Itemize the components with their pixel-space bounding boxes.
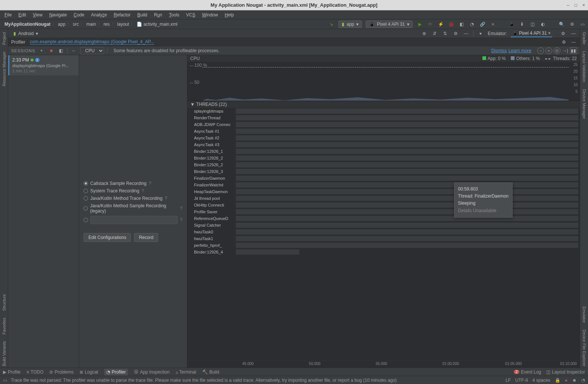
add-session-icon[interactable]: + xyxy=(38,47,45,54)
menu-window[interactable]: Window xyxy=(199,11,221,19)
thread-track[interactable] xyxy=(236,142,578,147)
close-icon[interactable]: × xyxy=(582,3,585,8)
gear-icon[interactable]: ⚙ xyxy=(560,30,566,37)
gear-icon[interactable]: ⚙ xyxy=(452,30,459,37)
thread-track[interactable] xyxy=(236,229,578,235)
sync-icon[interactable]: ↘ xyxy=(328,21,335,28)
help-icon[interactable]: ? xyxy=(180,206,182,211)
breadcrumb-item[interactable]: 📄 activity_main.xml xyxy=(134,21,180,28)
pause-icon[interactable]: ▮▮ xyxy=(570,47,577,54)
thread-track[interactable] xyxy=(236,108,578,114)
tool-resource-manager[interactable]: Resource Manager xyxy=(2,50,6,88)
thread-track[interactable] xyxy=(236,202,578,208)
thread-track[interactable] xyxy=(236,223,578,228)
thread-track[interactable] xyxy=(236,162,578,167)
recording-option[interactable]: Callstack Sample Recording ? xyxy=(84,181,182,186)
thread-row[interactable]: FinalizerDaemon xyxy=(187,175,580,182)
recording-option[interactable]: System Trace Recording ? xyxy=(84,188,182,193)
sdk-icon[interactable]: ⬇ xyxy=(519,21,525,28)
stop-session-icon[interactable]: ■ xyxy=(48,47,54,54)
thread-row[interactable]: perfetto_hprof_ xyxy=(187,242,580,249)
thread-track[interactable] xyxy=(236,135,578,141)
cpu-usage-chart[interactable]: — 100 % — 50 25 20 15 10 5 xyxy=(187,62,580,101)
thread-track[interactable] xyxy=(236,189,578,194)
run-icon[interactable]: ▶ xyxy=(416,21,423,28)
dismiss-link[interactable]: Dismiss xyxy=(491,48,507,53)
threads-header[interactable]: ▼THREADS (22) xyxy=(187,101,580,108)
line-sep[interactable]: LF xyxy=(506,378,511,383)
tool-favorites[interactable]: Favorites xyxy=(2,316,6,336)
thread-row[interactable]: OkHttp Connecti xyxy=(187,202,580,208)
thread-track[interactable] xyxy=(236,176,578,181)
thread-row[interactable]: Binder:12926_4 xyxy=(187,249,580,255)
thread-track[interactable] xyxy=(236,115,578,120)
maximize-icon[interactable]: □ xyxy=(575,3,577,8)
tool-device-manager[interactable]: Device Manager xyxy=(582,88,587,120)
menu-navigate[interactable]: Navigate xyxy=(46,11,70,19)
menu-help[interactable]: Help xyxy=(222,11,237,19)
thread-row[interactable]: splayingbitmaps xyxy=(187,108,580,114)
theme-icon[interactable]: ◐ xyxy=(539,21,546,28)
breadcrumb-item[interactable]: res xyxy=(101,21,112,28)
menu-run[interactable]: Run xyxy=(151,11,165,19)
thread-row[interactable]: RenderThread xyxy=(187,114,580,121)
thread-track[interactable] xyxy=(236,169,578,174)
minimize-panel-icon[interactable]: — xyxy=(570,39,577,45)
thread-row[interactable]: ADB-JDWP Connec xyxy=(187,121,580,128)
help-icon[interactable]: ? xyxy=(149,181,151,186)
recording-option[interactable]: Java/Kotlin Method Sample Recording (leg… xyxy=(84,203,182,214)
attach-debugger-icon[interactable]: 🔗 xyxy=(479,21,486,28)
profiler-process[interactable]: com.example.android.displayingbitmaps (G… xyxy=(30,39,154,45)
help-icon[interactable]: ? xyxy=(141,188,144,193)
run-config-dropdown[interactable]: ▮app▾ xyxy=(338,21,362,28)
tab-event-log[interactable]: 2 Event Log xyxy=(514,369,541,375)
breadcrumb-item[interactable]: MyApplicationNougat xyxy=(2,21,53,28)
thread-track[interactable] xyxy=(236,155,578,161)
device-dropdown[interactable]: 📱Pixel 4 API 31▾ xyxy=(366,21,413,28)
thread-row[interactable]: Binder:12926_3 xyxy=(187,168,580,175)
thread-row[interactable]: Jit thread pool xyxy=(187,195,580,202)
indent[interactable]: 4 spaces xyxy=(532,378,550,383)
thread-track[interactable] xyxy=(236,149,578,154)
tab-terminal[interactable]: ▵ Terminal xyxy=(176,369,196,375)
thread-track[interactable] xyxy=(236,196,578,201)
thread-row[interactable]: Binder:12926_2 xyxy=(187,161,580,168)
menu-edit[interactable]: Edit xyxy=(15,11,29,19)
recording-option[interactable]: Java/Kotlin Method Trace Recording ? xyxy=(84,196,182,201)
edit-configurations-button[interactable]: Edit Configurations xyxy=(84,233,131,242)
avd-icon[interactable]: 📱 xyxy=(508,21,515,28)
thread-track[interactable] xyxy=(236,236,578,241)
tab-profiler[interactable]: ◔ Profiler xyxy=(104,369,128,375)
expand-icon[interactable]: ⇵ xyxy=(431,30,438,37)
menu-tools[interactable]: Tools xyxy=(166,11,182,19)
thread-row[interactable]: AsyncTask #2 xyxy=(187,135,580,141)
collapse-icon[interactable]: ◧ xyxy=(57,47,64,54)
thread-track[interactable] xyxy=(236,129,578,134)
thread-row[interactable]: Binder:12926_2 xyxy=(187,155,580,161)
menu-view[interactable]: View xyxy=(30,11,46,19)
thread-row[interactable]: Profile Saver xyxy=(187,208,580,215)
menu-refactor[interactable]: Refactor xyxy=(111,11,134,19)
apply-changes-icon[interactable]: ⟳ xyxy=(427,21,434,28)
menu-vcs[interactable]: VCS xyxy=(183,11,198,19)
tool-build-variants[interactable]: Build Variants xyxy=(2,340,6,368)
help-icon[interactable]: ? xyxy=(180,217,182,223)
menu-file[interactable]: File xyxy=(1,11,15,19)
thread-row[interactable]: AsyncTask #1 xyxy=(187,128,580,135)
tab-app-inspection[interactable]: ⦿ App Inspection xyxy=(134,369,169,375)
tool-structure[interactable]: Structure xyxy=(2,293,6,312)
thread-row[interactable]: Signal Catcher xyxy=(187,222,580,229)
thread-track[interactable] xyxy=(236,243,578,248)
debug-icon[interactable]: 🐞 xyxy=(448,21,454,28)
lock-icon[interactable]: 🔒 xyxy=(555,378,560,383)
custom-config-dropdown[interactable] xyxy=(90,216,178,224)
encoding[interactable]: UTF-8 xyxy=(515,378,528,383)
emulator-tab[interactable]: 📱 Pixel 4 API 31 × xyxy=(511,30,552,37)
record-button[interactable]: Record xyxy=(134,233,158,242)
tool-gradle[interactable]: Gradle xyxy=(582,31,587,46)
thread-row[interactable]: HeapTaskDaemon xyxy=(187,188,580,195)
status-icon[interactable]: ▭ xyxy=(3,378,7,383)
tab-profile[interactable]: ▶ Profile xyxy=(3,369,21,375)
tool-device-file-explorer[interactable]: Device File Explorer xyxy=(582,328,587,368)
search-icon[interactable]: 🔍 xyxy=(558,21,565,28)
